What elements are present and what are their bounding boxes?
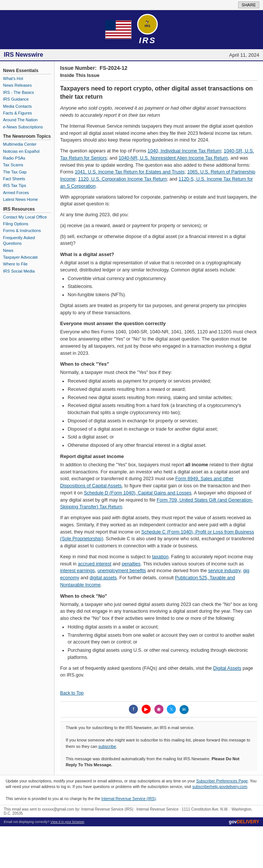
sidebar-item-irs-tax-tips[interactable]: IRS Tax Tips [3,183,51,188]
email-footer-text1: Thank you for subscribing to the IRS New… [66,725,252,731]
linkedin-icon[interactable]: in [180,705,189,714]
main-layout: News Essentials What's Hot News Releases… [0,61,263,775]
form-709-link[interactable]: Form 709, United States Gift (and Genera… [60,497,253,510]
accrued-interest-link[interactable]: accrued interest [78,561,111,567]
digital-assets-irs-link[interactable]: Digital Assets [213,666,241,671]
twitter-icon[interactable]: 𝕏 [167,705,176,714]
article-subtitle: Anyone who sold crypto, received it as p… [60,104,257,119]
sidebar-item-noticias[interactable]: Noticias en Español [3,149,51,154]
schedule-d-link[interactable]: Schedule D (Form 1040), Capital Gains an… [84,490,191,496]
yes-item-8: Otherwise disposed of any other financia… [68,442,257,449]
yes-item-2: Received digital assets resulting from a… [68,386,257,393]
youtube-icon[interactable]: ▶ [142,705,151,714]
sidebar-item-where-to-file[interactable]: Where to File [3,261,51,267]
sidebar-item-taxpayer-advocate[interactable]: Taxpayer Advocate [3,255,51,260]
irs-service-link[interactable]: Internal Revenue Service (IRS) [101,796,156,801]
subscribe-link[interactable]: subscribe [98,744,116,749]
form-1040-link[interactable]: 1040, Individual Income Tax Return [148,148,221,154]
email-footer-text3: This message was distributed automatical… [66,756,252,768]
yes-item-5: Disposed of digital assets in exchange f… [68,417,257,425]
sidebar-item-latest-news[interactable]: Latest News Home [3,197,51,202]
yes-item-1: Received digital assets as payment for p… [68,378,257,385]
sidebar-item-forms[interactable]: Forms & Instructions [3,228,51,234]
subscriber-pref-link[interactable]: Subscriber Preferences Page [196,779,248,783]
digital-assets-link[interactable]: digital assets [90,575,117,580]
flag-icon [105,20,132,39]
sidebar-item-filing-options[interactable]: Filing Options [3,221,51,227]
email-footer: Thank you for subscribing to the IRS New… [60,721,257,771]
sidebar-item-tax-gap[interactable]: The Tax Gap [3,169,51,175]
sidebar-item-irs-guidance[interactable]: IRS Guidance [3,96,51,102]
sidebar-item-fact-sheets[interactable]: Fact Sheets [3,176,51,182]
top-bar: SHARE [0,0,263,10]
schedule-c-link[interactable]: Schedule C (Form 1040), Profit or Loss f… [60,529,254,542]
article-paragraph-2: The question appears at the top of Forms… [60,148,257,190]
form-1120-link[interactable]: 1120, U.S. Corporation Income Tax Return [78,176,167,182]
when-yes-list: Received digital assets as payment for p… [68,378,257,449]
form-8949-link[interactable]: Form 8949, Sales and other Dispositions … [60,476,233,488]
article-paragraph-3: With appropriate variations tailored for… [60,194,257,208]
sidebar-item-irs-basics[interactable]: IRS - The Basics [3,90,51,95]
sidebar: News Essentials What's Hot News Releases… [0,61,54,775]
section-report-income: Report digital asset income [60,454,257,459]
interest-earnings-link[interactable]: interest earnings [60,568,95,573]
sidebar-item-media-contacts[interactable]: Media Contacts [3,104,51,109]
email-sent-info: Email not displaying correctly? View it … [4,820,85,824]
yes-item-3: Received new digital assets resulting fr… [68,394,257,401]
digital-asset-description: A digital asset is a digital representat… [60,259,257,298]
when-no-body: Normally, a taxpayer who just owned digi… [60,601,257,661]
email-info-bar: This email was sent to xxxxxx@gmail.com … [0,805,263,817]
taxation-link[interactable]: taxation [152,554,169,559]
irs-logo-area: 🦅IRS IRS [137,14,158,45]
list-item-crypto: Convertible virtual currency and cryptoc… [68,275,257,282]
view-online-link[interactable]: View it in your browser [50,820,84,824]
digital-asset-list: Convertible virtual currency and cryptoc… [68,275,257,298]
sidebar-item-armed-forces[interactable]: Armed Forces [3,190,51,196]
unemployment-link[interactable]: unemployment benefits [97,568,146,573]
report-income-body: In addition to checking the "Yes" box, t… [60,461,257,511]
facebook-icon[interactable]: f [129,705,138,714]
penalties-link[interactable]: penalties [122,561,141,567]
email-footer-text2: If you know someone who might want to su… [66,737,252,749]
sidebar-item-whats-hot[interactable]: What's Hot [3,76,51,81]
list-item-nfts: Non-fungible tokens (NFTs). [68,291,257,298]
subscriber-help-link[interactable]: subscriberhelp.govdelivery.com [192,784,247,789]
section-when-yes: When to check "Yes" [60,361,257,367]
article-content: Issue Number: FS-2024-12 Inside This Iss… [54,61,263,775]
sidebar-item-news-releases[interactable]: News Releases [3,83,51,88]
instagram-icon[interactable]: ◉ [154,705,163,714]
service-industry-link[interactable]: service industry [208,568,240,573]
yes-item-6: Disposed of a digital asset in exchange … [68,426,257,433]
sidebar-item-facts-figures[interactable]: Facts & Figures [3,110,51,116]
back-to-top-link[interactable]: Back to Top [60,690,83,696]
sidebar-item-multimedia[interactable]: Multimedia Center [3,142,51,147]
sidebar-item-around-nation[interactable]: Around The Nation [3,117,51,123]
sidebar-item-local-office[interactable]: Contact My Local Office [3,214,51,220]
list-item-stablecoins: Stablecoins. [68,283,257,290]
article-paragraph-6: (b) sell, exchange or otherwise dispose … [60,233,257,247]
irs-seal-text: 🦅IRS [145,21,150,28]
yes-item-7: Sold a digital asset; or [68,434,257,441]
report-income-taxation: Keep in mind that most income is subject… [60,553,257,589]
sidebar-item-tax-scams[interactable]: Tax Scams [3,162,51,168]
sidebar-newsroom-title: The Newsroom Topics [3,134,51,140]
newswire-title: IRS Newswire [4,51,43,58]
no-item-1: Holding digital assets in a wallet or ac… [68,624,257,631]
sidebar-item-enews[interactable]: e-News Subscriptions [3,124,51,130]
article-paragraph-5: (a) receive (as a reward, award or payme… [60,222,257,229]
everyone-answer-body: Everyone who files Forms 1040, 1040-SR, … [60,329,257,357]
back-to-top: Back to Top [60,684,257,696]
share-button[interactable]: SHARE [238,2,259,8]
newswire-date: April 11, 2024 [229,52,259,58]
irs-seal: 🦅IRS [137,14,158,35]
section-what-is-digital-asset: What is a digital asset? [60,252,257,257]
inside-issue-label: Inside This Issue [60,72,257,81]
pub-525-link[interactable]: Publication 525, Taxable and Nontaxable … [60,575,235,588]
sidebar-item-faqs[interactable]: Frequently Asked Questions [3,235,51,247]
sidebar-item-radio-psas[interactable]: Radio PSAs [3,155,51,161]
form-1040nr-link[interactable]: 1040-NR, U.S. Nonresident Alien Income T… [119,155,228,161]
form-1041-link[interactable]: 1041, U.S. Income Tax Return for Estates… [75,169,184,175]
sidebar-item-social-media[interactable]: IRS Social Media [3,268,51,274]
update-bar: Update your subscriptions, modify your p… [0,775,263,805]
sidebar-item-news[interactable]: News [3,248,51,253]
